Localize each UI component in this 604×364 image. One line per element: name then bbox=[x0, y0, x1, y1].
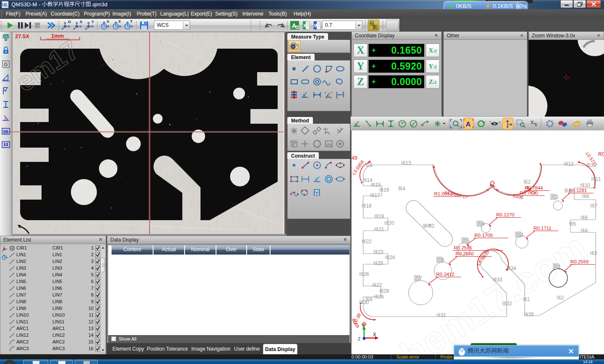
svg-text:A: A bbox=[107, 19, 109, 23]
svg-text:1: 1 bbox=[558, 264, 561, 270]
svg-text:1: 1 bbox=[598, 176, 601, 182]
svg-text:5: 5 bbox=[467, 238, 470, 244]
svg-text:88: 88 bbox=[3, 129, 8, 134]
svg-text:49: 49 bbox=[351, 155, 357, 161]
svg-text:R0.1711: R0.1711 bbox=[534, 226, 552, 231]
svg-text:2: 2 bbox=[369, 239, 372, 244]
svg-text:6: 6 bbox=[585, 215, 588, 221]
svg-text:1mm: 1mm bbox=[51, 33, 64, 39]
svg-text:3: 3 bbox=[500, 277, 502, 283]
svg-text:X: X bbox=[373, 332, 376, 338]
svg-text:8: 8 bbox=[386, 288, 389, 294]
svg-text:L0.9B35: L0.9B35 bbox=[476, 250, 490, 266]
svg-text:Y: Y bbox=[91, 20, 94, 24]
svg-text:1: 1 bbox=[331, 91, 333, 94]
svg-text:3: 3 bbox=[408, 160, 411, 166]
svg-text:R0.1709: R0.1709 bbox=[474, 233, 492, 238]
svg-text:4: 4 bbox=[330, 96, 331, 99]
svg-text:Z: Z bbox=[358, 336, 361, 341]
svg-text:5: 5 bbox=[380, 260, 383, 266]
svg-text:Y: Y bbox=[362, 323, 365, 328]
svg-text:7: 7 bbox=[595, 203, 598, 209]
svg-text:5: 5 bbox=[531, 312, 534, 317]
svg-text:1: 1 bbox=[569, 188, 572, 194]
svg-text:X: X bbox=[80, 20, 82, 24]
svg-text:5: 5 bbox=[370, 162, 373, 168]
svg-text:3: 3 bbox=[594, 250, 597, 256]
svg-text:X: X bbox=[118, 19, 121, 23]
svg-text:4: 4 bbox=[482, 221, 485, 227]
svg-text:5: 5 bbox=[378, 182, 381, 188]
svg-text:4: 4 bbox=[585, 228, 588, 234]
svg-text:7: 7 bbox=[377, 192, 380, 198]
svg-text:8: 8 bbox=[586, 193, 589, 199]
svg-text:27.5X: 27.5X bbox=[15, 33, 29, 39]
svg-text:R0.1270: R0.1270 bbox=[496, 212, 514, 217]
svg-text:6: 6 bbox=[442, 257, 445, 263]
svg-text:O: O bbox=[68, 20, 71, 24]
svg-text:R0.2560: R0.2560 bbox=[456, 251, 474, 256]
svg-text:2: 2 bbox=[432, 223, 435, 229]
svg-text:1: 1 bbox=[443, 312, 446, 318]
svg-text:1: 1 bbox=[527, 296, 530, 302]
svg-text:R0: R0 bbox=[598, 151, 604, 157]
svg-text:X: X bbox=[303, 23, 307, 28]
svg-text:4: 4 bbox=[513, 265, 516, 271]
svg-text:3: 3 bbox=[591, 162, 594, 168]
svg-text:4: 4 bbox=[370, 177, 372, 183]
svg-text:2: 2 bbox=[556, 194, 559, 200]
svg-text:9: 9 bbox=[381, 294, 384, 300]
svg-text:hem17.com: hem17.com bbox=[393, 225, 594, 354]
svg-text:Y: Y bbox=[130, 19, 133, 23]
svg-text:7: 7 bbox=[379, 282, 382, 288]
svg-text:3: 3 bbox=[325, 96, 327, 99]
svg-text:A: A bbox=[466, 120, 471, 128]
svg-text:W: W bbox=[314, 23, 319, 28]
svg-text:9: 9 bbox=[381, 213, 384, 219]
svg-text:1: 1 bbox=[381, 226, 384, 232]
svg-text:2: 2 bbox=[571, 161, 574, 167]
svg-text:2: 2 bbox=[509, 301, 512, 307]
svg-text:L0.5959: L0.5959 bbox=[351, 159, 365, 176]
svg-text:8: 8 bbox=[369, 203, 372, 209]
svg-text:S: S bbox=[5, 3, 8, 8]
svg-text:A: A bbox=[292, 22, 296, 29]
svg-text:R0.2595: R0.2595 bbox=[454, 245, 472, 250]
svg-text:R0.1281: R0.1281 bbox=[569, 188, 587, 193]
svg-text:3: 3 bbox=[380, 249, 383, 255]
svg-text:4: 4 bbox=[392, 255, 395, 260]
svg-text:2: 2 bbox=[561, 295, 564, 301]
svg-text:5: 5 bbox=[573, 221, 576, 227]
svg-text:3: 3 bbox=[342, 91, 344, 94]
svg-text:R0.2559: R0.2559 bbox=[570, 259, 588, 264]
svg-text:0: 0 bbox=[587, 182, 590, 188]
svg-text:6: 6 bbox=[370, 296, 373, 302]
svg-text:2: 2 bbox=[528, 179, 531, 185]
svg-text:7: 7 bbox=[419, 276, 422, 281]
svg-text:2: 2 bbox=[336, 96, 338, 99]
svg-text:3: 3 bbox=[521, 232, 523, 238]
svg-text:0: 0 bbox=[391, 220, 394, 226]
svg-text:R0.3412: R0.3412 bbox=[436, 272, 454, 277]
svg-text:2: 2 bbox=[325, 91, 326, 94]
svg-text:4: 4 bbox=[403, 186, 406, 192]
svg-text:G: G bbox=[4, 62, 8, 68]
svg-text:6: 6 bbox=[366, 271, 369, 277]
svg-text:L1.9966-17: L1.9966-17 bbox=[445, 189, 469, 200]
svg-text:6: 6 bbox=[386, 187, 389, 193]
svg-text:Y: Y bbox=[534, 121, 538, 127]
